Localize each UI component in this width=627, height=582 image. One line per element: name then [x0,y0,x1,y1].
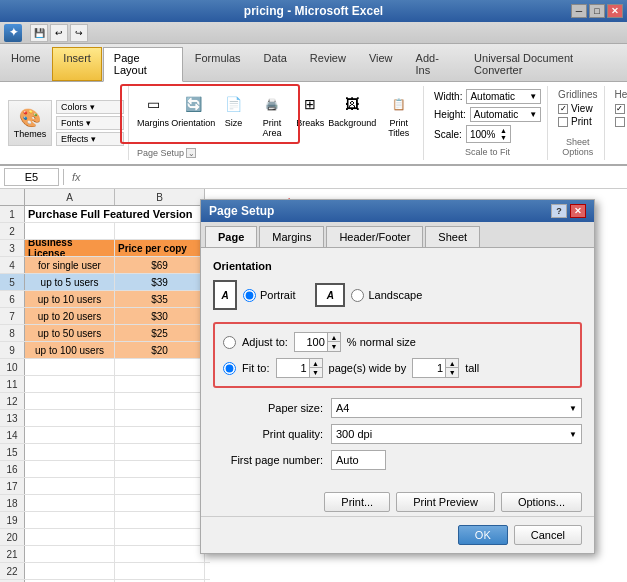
cell-b4[interactable]: $69 [115,257,205,273]
redo-button[interactable]: ↪ [70,24,88,42]
cell-b2[interactable] [115,223,205,239]
cell-a8[interactable]: up to 50 users [25,325,115,341]
cell-a3[interactable]: Business License [25,240,115,256]
cell-a2[interactable] [25,223,115,239]
cell-a6[interactable]: up to 10 users [25,291,115,307]
minimize-button[interactable]: ─ [571,4,587,18]
scale-to-fit-label: Scale to Fit [434,147,541,157]
dialog-tab-headerfooter[interactable]: Header/Footer [326,226,423,247]
dialog-tab-margins[interactable]: Margins [259,226,324,247]
adjust-up-button[interactable]: ▲ [328,333,340,342]
orientation-options: A Portrait A Landscape [213,280,582,310]
first-page-number-input[interactable] [331,450,386,470]
fit-to-radio[interactable] [223,362,236,375]
cell-ref-input[interactable] [4,168,59,186]
fit-tall-field[interactable] [413,359,445,377]
cell-b9[interactable]: $20 [115,342,205,358]
size-button[interactable]: 📄 Size [218,88,250,130]
tab-review[interactable]: Review [299,47,357,81]
maximize-button[interactable]: □ [589,4,605,18]
scale-input[interactable]: 100% ▲ ▼ [466,125,511,143]
landscape-option: A Landscape [315,283,422,307]
options-button[interactable]: Options... [501,492,582,512]
tab-insert[interactable]: Insert [52,47,102,81]
cancel-button[interactable]: Cancel [514,525,582,545]
dialog-close-button[interactable]: ✕ [570,204,586,218]
formula-input[interactable] [89,171,623,183]
tab-addins[interactable]: Add-Ins [405,47,463,81]
print-area-button[interactable]: 🖨️ Print Area [253,88,292,140]
margins-button[interactable]: ▭ Margins [137,88,169,130]
width-dropdown[interactable]: Automatic ▼ [466,89,541,104]
dialog-tab-page[interactable]: Page [205,226,257,247]
height-dropdown[interactable]: Automatic ▼ [470,107,541,122]
gridlines-view-checkbox[interactable]: ✓ [558,104,568,114]
office-button[interactable]: ✦ [4,24,22,42]
close-button[interactable]: ✕ [607,4,623,18]
fit-tall-up[interactable]: ▲ [446,359,458,368]
fonts-button[interactable]: Fonts ▾ [56,116,124,130]
breaks-button[interactable]: ⊞ Breaks [294,88,326,130]
ok-button[interactable]: OK [458,525,508,545]
sheet-options-label: Sheet Options [558,137,597,157]
adjust-value-input: ▲ ▼ [294,332,341,352]
col-headers: A B [0,189,210,206]
tab-data[interactable]: Data [253,47,298,81]
adjust-to-label: Adjust to: [242,336,288,348]
cell-b6[interactable]: $35 [115,291,205,307]
scale-row: Scale: 100% ▲ ▼ [434,125,541,143]
adjust-value-field[interactable] [295,333,327,351]
title-bar: pricing - Microsoft Excel ─ □ ✕ [0,0,627,22]
gridlines-print-checkbox[interactable] [558,117,568,127]
scale-dn-btn[interactable]: ▼ [500,134,507,141]
cell-a1[interactable]: Purchase Full Featured Version [25,206,205,222]
effects-button[interactable]: Effects ▾ [56,132,124,146]
fit-pages-up[interactable]: ▲ [310,359,322,368]
tab-formulas[interactable]: Formulas [184,47,252,81]
undo-button[interactable]: ↩ [50,24,68,42]
cell-b8[interactable]: $25 [115,325,205,341]
print-button[interactable]: Print... [324,492,390,512]
headings-view-checkbox[interactable]: ✓ [615,104,625,114]
table-row: 12 [0,393,210,410]
cell-b7[interactable]: $30 [115,308,205,324]
adjust-to-row: Adjust to: ▲ ▼ % normal size [223,332,572,352]
cell-b5[interactable]: $39 [115,274,205,290]
table-row: 14 [0,427,210,444]
print-preview-button[interactable]: Print Preview [396,492,495,512]
fit-pages-field[interactable] [277,359,309,377]
tab-view[interactable]: View [358,47,404,81]
scale-up-btn[interactable]: ▲ [500,127,507,134]
table-row: 21 [0,546,210,563]
fit-tall-dn[interactable]: ▼ [446,368,458,377]
fit-to-label: Fit to: [242,362,270,374]
tab-home[interactable]: Home [0,47,51,81]
portrait-radio-group: Portrait [243,289,295,302]
tab-udc[interactable]: Universal Document Converter [463,47,626,81]
landscape-radio-group: Landscape [351,289,422,302]
fit-pages-dn[interactable]: ▼ [310,368,322,377]
print-titles-button[interactable]: 📋 Print Titles [378,88,419,140]
dialog-tab-sheet[interactable]: Sheet [425,226,480,247]
save-qat-button[interactable]: 💾 [30,24,48,42]
height-row: Height: Automatic ▼ [434,107,541,122]
headings-print-checkbox[interactable] [615,117,625,127]
cell-b3[interactable]: Price per copy [115,240,205,256]
cell-a5[interactable]: up to 5 users [25,274,115,290]
tab-page-layout[interactable]: Page Layout [103,47,183,82]
cell-a7[interactable]: up to 20 users [25,308,115,324]
landscape-radio[interactable] [351,289,364,302]
print-quality-dropdown[interactable]: 300 dpi ▼ [331,424,582,444]
cell-a9[interactable]: up to 100 users [25,342,115,358]
cell-a4[interactable]: for single user [25,257,115,273]
colors-button[interactable]: Colors ▾ [56,100,124,114]
themes-button[interactable]: 🎨 Themes [8,100,52,146]
adjust-to-radio[interactable] [223,336,236,349]
paper-size-dropdown[interactable]: A4 ▼ [331,398,582,418]
orientation-button[interactable]: 🔄 Orientation [172,88,215,130]
background-button[interactable]: 🖼 Background [329,88,375,130]
portrait-radio[interactable] [243,289,256,302]
page-setup-dialog-launcher[interactable]: ⌄ [186,148,196,158]
dialog-help-button[interactable]: ? [551,204,567,218]
adjust-down-button[interactable]: ▼ [328,342,340,351]
